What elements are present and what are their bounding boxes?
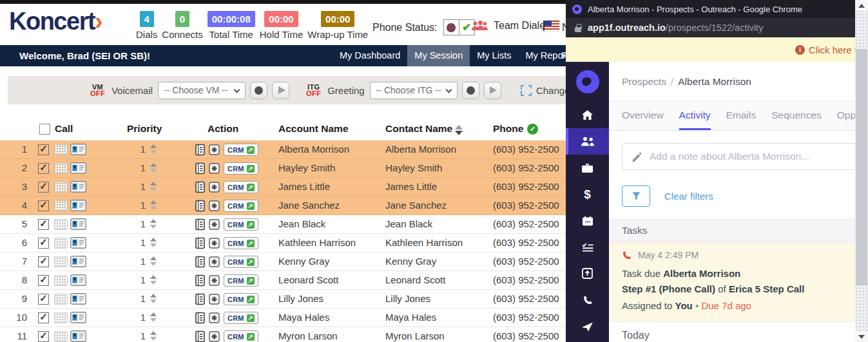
- crm-link-button[interactable]: CRM ↗: [224, 330, 258, 342]
- notes-icon[interactable]: [195, 144, 205, 156]
- contact-card-icon[interactable]: [70, 330, 86, 342]
- sidebar-item-home[interactable]: [566, 102, 609, 128]
- notes-icon[interactable]: [195, 330, 205, 342]
- keypad-icon[interactable]: [54, 294, 68, 305]
- crm-link-button[interactable]: CRM ↗: [224, 237, 258, 249]
- sidebar-item-outbox[interactable]: [566, 260, 609, 287]
- priority-stepper[interactable]: [150, 256, 157, 266]
- notes-icon[interactable]: [195, 200, 205, 212]
- call-checkbox[interactable]: ✓: [38, 331, 49, 342]
- tab-activity[interactable]: Activity: [679, 101, 711, 130]
- priority-stepper[interactable]: [150, 219, 157, 229]
- priority-stepper[interactable]: [150, 275, 157, 285]
- sidebar-item-calls[interactable]: [566, 287, 609, 313]
- notes-icon[interactable]: [195, 312, 205, 324]
- keypad-icon[interactable]: [54, 331, 68, 342]
- priority-stepper[interactable]: [150, 163, 157, 173]
- sidebar-item-tasks[interactable]: [566, 234, 609, 260]
- sidebar-item-accounts[interactable]: [566, 155, 609, 181]
- tab-emails[interactable]: Emails: [726, 101, 757, 130]
- notes-icon[interactable]: [195, 274, 205, 287]
- actions-star-icon[interactable]: [209, 144, 220, 155]
- actions-star-icon[interactable]: [209, 256, 220, 267]
- keypad-icon[interactable]: [54, 256, 68, 267]
- contact-card-icon[interactable]: [70, 144, 86, 155]
- change-my-view-button[interactable]: Change My View: [521, 85, 566, 96]
- contact-card-icon[interactable]: [70, 162, 86, 174]
- priority-stepper[interactable]: [150, 331, 157, 341]
- select-all-checkbox[interactable]: [39, 124, 50, 135]
- vm-record-button[interactable]: [250, 82, 267, 99]
- notice-link[interactable]: Click here t: [809, 44, 855, 55]
- contact-card-icon[interactable]: [70, 312, 86, 323]
- actions-star-icon[interactable]: [209, 200, 220, 211]
- add-note-input[interactable]: Add a note about Alberta Morrison...: [622, 143, 855, 170]
- page-scrollbar[interactable]: [855, 0, 868, 342]
- actions-star-icon[interactable]: [209, 294, 220, 305]
- call-checkbox[interactable]: ✓: [38, 256, 49, 267]
- keypad-icon[interactable]: [54, 200, 68, 211]
- sidebar-item-sequences[interactable]: [566, 313, 609, 339]
- nav-clipped-item[interactable]: R: [561, 45, 566, 66]
- priority-stepper[interactable]: [150, 144, 157, 154]
- crm-link-button[interactable]: CRM ↗: [224, 218, 258, 231]
- voicemail-select[interactable]: -- Choose VM --: [158, 82, 246, 99]
- priority-stepper[interactable]: [150, 312, 157, 322]
- call-checkbox[interactable]: ✓: [38, 238, 49, 249]
- crm-link-button[interactable]: CRM ↗: [224, 144, 258, 156]
- call-checkbox[interactable]: ✓: [38, 200, 49, 211]
- notes-icon[interactable]: [195, 181, 205, 193]
- tab-opportunities[interactable]: Opportunities: [837, 101, 855, 130]
- scroll-down-button[interactable]: [855, 331, 868, 342]
- notes-icon[interactable]: [195, 218, 205, 231]
- priority-stepper[interactable]: [150, 294, 157, 303]
- keypad-icon[interactable]: [54, 312, 68, 323]
- scrollbar-thumb[interactable]: [856, 49, 867, 285]
- breadcrumb-section[interactable]: Prospects: [622, 76, 666, 87]
- contact-card-icon[interactable]: [70, 237, 86, 249]
- keypad-icon[interactable]: [54, 275, 68, 286]
- priority-stepper[interactable]: [150, 200, 157, 210]
- crm-link-button[interactable]: CRM ↗: [224, 181, 258, 193]
- tab-overview[interactable]: Overview: [622, 101, 664, 130]
- keypad-icon[interactable]: [54, 238, 68, 249]
- crm-link-button[interactable]: CRM ↗: [224, 293, 258, 305]
- nav-my-lists[interactable]: My Lists: [470, 45, 518, 66]
- tab-sequences[interactable]: Sequences: [771, 101, 822, 130]
- nav-my-session[interactable]: My Session: [407, 45, 470, 66]
- crm-link-button[interactable]: CRM ↗: [224, 200, 258, 212]
- call-checkbox[interactable]: ✓: [38, 219, 49, 230]
- call-checkbox[interactable]: ✓: [38, 163, 49, 174]
- call-checkbox[interactable]: ✓: [38, 294, 49, 305]
- contact-card-icon[interactable]: [70, 256, 86, 267]
- notes-icon[interactable]: [195, 162, 205, 175]
- chrome-address-bar[interactable]: app1f.outreach.io/prospects/1522/activit…: [566, 18, 855, 37]
- nav-my-dashboard[interactable]: My Dashboard: [333, 45, 407, 66]
- contact-card-icon[interactable]: [70, 293, 86, 305]
- actions-star-icon[interactable]: [209, 331, 220, 342]
- sidebar-item-calendar[interactable]: [566, 207, 609, 234]
- actions-star-icon[interactable]: [209, 163, 220, 174]
- team-dialer[interactable]: Team Dialer: [471, 20, 548, 32]
- task-card[interactable]: May 4 2:49 PM Task due Alberta Morrison …: [609, 242, 855, 321]
- actions-star-icon[interactable]: [209, 312, 220, 323]
- filter-button[interactable]: [622, 185, 650, 207]
- notes-icon[interactable]: [195, 237, 205, 249]
- itg-record-button[interactable]: [462, 82, 479, 99]
- call-checkbox[interactable]: ✓: [38, 312, 49, 323]
- contact-card-icon[interactable]: [70, 274, 86, 286]
- keypad-icon[interactable]: [54, 163, 68, 174]
- crm-link-button[interactable]: CRM ↗: [224, 162, 258, 175]
- nav-my-reports[interactable]: My Reports: [518, 45, 566, 66]
- keypad-icon[interactable]: [54, 219, 68, 230]
- call-checkbox[interactable]: ✓: [38, 144, 49, 155]
- keypad-icon[interactable]: [54, 144, 68, 155]
- sidebar-item-opportunities[interactable]: $: [566, 181, 609, 207]
- actions-star-icon[interactable]: [209, 275, 220, 286]
- crm-link-button[interactable]: CRM ↗: [224, 312, 258, 324]
- contact-card-icon[interactable]: [70, 200, 86, 211]
- sidebar-item-prospects[interactable]: [566, 128, 609, 155]
- actions-star-icon[interactable]: [209, 238, 220, 249]
- priority-stepper[interactable]: [150, 238, 157, 247]
- crm-link-button[interactable]: CRM ↗: [224, 256, 258, 268]
